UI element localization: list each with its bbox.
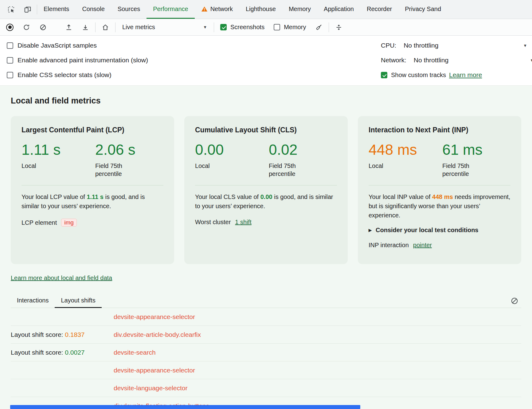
local-label: Local: [369, 162, 442, 170]
tab-privacy-sandbox[interactable]: Privacy Sand: [398, 0, 448, 19]
save-profile-button[interactable]: [79, 21, 92, 33]
element-node-link[interactable]: devsite-appearance-selector: [114, 367, 195, 374]
element-node-link[interactable]: devsite-appearance-selector: [114, 313, 195, 321]
tab-label: Console: [82, 6, 104, 13]
footer-label: Worst cluster: [195, 219, 231, 226]
checkbox-unchecked-icon: [7, 42, 13, 49]
home-button[interactable]: [99, 21, 112, 33]
local-value-block: 1.11 s Local: [22, 142, 95, 178]
card-footer: INP interaction pointer: [369, 242, 510, 249]
card-values: 0.00 Local 0.02 Field 75th percentile: [195, 142, 337, 178]
inp-interaction-link[interactable]: pointer: [413, 242, 432, 249]
screenshots-label: Screenshots: [230, 24, 264, 31]
capture-settings-button[interactable]: [332, 21, 346, 33]
tab-application[interactable]: Application: [317, 0, 360, 19]
device-toolbar-icon: [24, 6, 32, 14]
cpu-throttling-select[interactable]: No throttling: [404, 42, 438, 49]
score-label: Layout shift score:: [11, 349, 65, 356]
view-mode-value: Live metrics: [122, 24, 155, 31]
clear-recording-button[interactable]: [36, 21, 50, 33]
field-value: 61 ms: [442, 142, 483, 158]
tab-console[interactable]: Console: [76, 0, 111, 19]
device-toolbar-button[interactable]: [21, 3, 34, 16]
table-row[interactable]: Layout shift score: 0.0027 devsite-searc…: [11, 344, 521, 361]
chevron-down-icon[interactable]: ▼: [523, 43, 527, 48]
checkbox-unchecked-icon: [7, 57, 13, 64]
circle-slash-icon: [39, 24, 47, 31]
cls-card: Cumulative Layout Shift (CLS) 0.00 Local…: [184, 116, 348, 264]
table-row[interactable]: devsite-language-selector: [11, 379, 521, 397]
custom-tracks-row: Show custom tracks Learn more: [381, 68, 532, 82]
score-value: 0.0027: [65, 349, 84, 356]
tab-network[interactable]: Network: [195, 0, 239, 19]
toolbar-separator: [329, 22, 329, 32]
card-title: Cumulative Layout Shift (CLS): [195, 126, 337, 134]
local-value: 0.00: [195, 142, 269, 158]
card-description: Your local INP value of 448 ms needs imp…: [369, 192, 510, 220]
screenshots-checkbox[interactable]: Screenshots: [220, 24, 264, 31]
log-section: Interactions Layout shifts devsite-appea…: [11, 294, 521, 409]
checkbox-label: Disable JavaScript samples: [18, 42, 97, 49]
lcp-card: Largest Contentful Paint (LCP) 1.11 s Lo…: [11, 116, 174, 264]
panel-tabs: Elements Console Sources Performance Net…: [37, 0, 532, 19]
tab-performance[interactable]: Performance: [147, 0, 195, 19]
field-label: Field 75th percentile: [442, 162, 481, 178]
score-cell: Layout shift score: 0.1837: [11, 331, 114, 338]
collect-garbage-button[interactable]: [312, 21, 326, 33]
tab-label: Memory: [289, 6, 311, 13]
devtools-window: Elements Console Sources Performance Net…: [0, 0, 532, 409]
tab-elements[interactable]: Elements: [37, 0, 76, 19]
element-node-link[interactable]: div.devsite-article-body.clearfix: [114, 331, 201, 338]
local-value: 1.11 s: [22, 142, 95, 158]
table-row[interactable]: Layout shift score: 0.1837 div.devsite-a…: [11, 326, 521, 344]
card-title: Interaction to Next Paint (INP): [369, 126, 510, 134]
load-profile-button[interactable]: [62, 21, 76, 33]
upload-icon: [65, 24, 72, 31]
inp-card: Interaction to Next Paint (INP) 448 ms L…: [358, 116, 521, 264]
inspect-element-button[interactable]: [4, 3, 18, 16]
horizontal-scrollbar[interactable]: [10, 405, 360, 409]
home-icon: [102, 24, 109, 31]
lcp-element-node-link[interactable]: img: [61, 219, 77, 227]
local-label: Local: [22, 162, 95, 170]
local-value-block: 448 ms Local: [369, 142, 442, 178]
tab-sources[interactable]: Sources: [111, 0, 147, 19]
tab-label: Application: [324, 6, 354, 13]
network-throttling-row: Network: No throttling ▼: [381, 53, 532, 68]
card-footer: Worst cluster 1 shift: [195, 219, 337, 226]
download-icon: [82, 24, 89, 31]
memory-checkbox[interactable]: Memory: [274, 24, 306, 31]
learn-more-link[interactable]: Learn more: [449, 71, 482, 79]
chevron-down-icon[interactable]: ▼: [530, 58, 532, 63]
table-row[interactable]: devsite-appearance-selector: [11, 361, 521, 379]
field-value: 2.06 s: [95, 142, 135, 158]
show-custom-tracks-checkbox[interactable]: Show custom tracks: [381, 72, 446, 79]
worst-cluster-link[interactable]: 1 shift: [235, 219, 251, 226]
live-metrics-view: Local and field metrics Largest Contentf…: [0, 86, 532, 409]
tab-lighthouse[interactable]: Lighthouse: [239, 0, 282, 19]
learn-more-local-field-link[interactable]: Learn more about local and field data: [11, 275, 112, 282]
tab-memory[interactable]: Memory: [282, 0, 317, 19]
element-node-link[interactable]: devsite-search: [114, 349, 156, 356]
tab-layout-shifts[interactable]: Layout shifts: [55, 294, 101, 308]
local-test-conditions-disclosure[interactable]: ▶ Consider your local test conditions: [369, 227, 510, 234]
checkbox-label: Show custom tracks: [391, 72, 446, 79]
score-label: Layout shift score:: [11, 331, 65, 338]
tab-interactions[interactable]: Interactions: [11, 294, 55, 308]
tab-label: Recorder: [367, 6, 392, 13]
view-mode-select[interactable]: Live metrics ▼: [119, 21, 211, 33]
checkbox-unchecked-icon: [274, 24, 280, 30]
network-throttling-select[interactable]: No throttling: [414, 56, 448, 64]
reload-and-record-button[interactable]: [20, 21, 33, 33]
clear-log-button[interactable]: [508, 295, 521, 307]
tab-recorder[interactable]: Recorder: [360, 0, 398, 19]
element-node-link[interactable]: devsite-language-selector: [114, 384, 187, 392]
tab-label: Elements: [44, 6, 69, 13]
record-button[interactable]: [3, 21, 17, 33]
table-row[interactable]: devsite-appearance-selector: [11, 308, 521, 326]
field-value: 0.02: [269, 142, 307, 158]
card-divider: [195, 185, 337, 185]
tab-label: Interactions: [17, 297, 49, 304]
field-value-block: 61 ms Field 75th percentile: [442, 142, 483, 178]
section-heading: Local and field metrics: [11, 96, 521, 106]
